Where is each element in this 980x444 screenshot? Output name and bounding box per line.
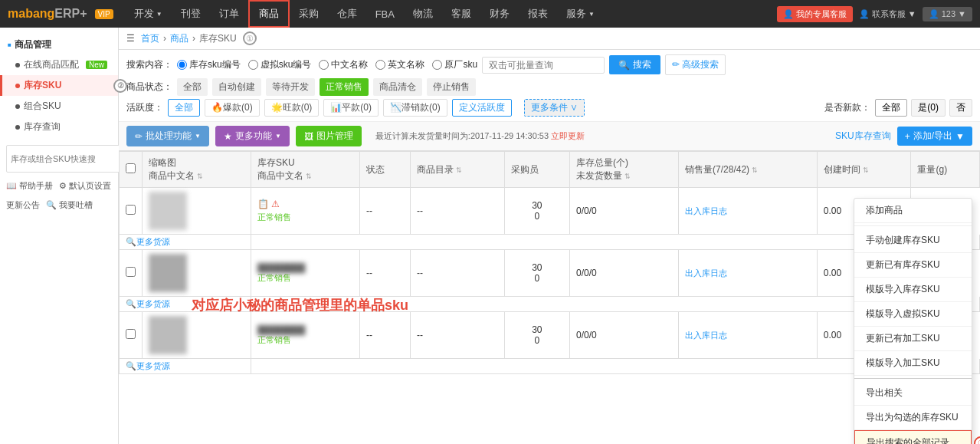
dropdown-item-template-process[interactable]: 模版导入加工SKU: [854, 351, 972, 376]
radio-chinese-name[interactable]: 中文名称: [319, 58, 368, 71]
dropdown-item-template-virtual[interactable]: 模版导入虚拟SKU: [854, 302, 972, 327]
in-out-log-link3[interactable]: 出入库日志: [685, 331, 727, 340]
col-sales[interactable]: 销售量(7/28/42) ⇅: [679, 152, 818, 188]
col-created[interactable]: 创建时间 ⇅: [817, 152, 911, 188]
thumbnail-image2: [149, 254, 187, 292]
status-normal3: 正常销售: [257, 334, 353, 346]
dropdown-item-update-process[interactable]: 更新已有加工SKU: [854, 327, 972, 351]
status-stop-sale[interactable]: 停止销售: [427, 78, 476, 96]
search-icon: 🔍: [618, 60, 630, 71]
sidebar-item-combo-sku[interactable]: 组合SKU: [0, 96, 118, 117]
status-clearance[interactable]: 商品清仓: [373, 78, 422, 96]
activity-hot[interactable]: 🔥爆款(0): [205, 99, 260, 117]
search-button[interactable]: 🔍 搜索: [609, 55, 660, 74]
col-sku[interactable]: 库存SKU商品中文名 ⇅: [251, 152, 360, 188]
default-settings-link[interactable]: ⚙ 默认页设置: [59, 180, 111, 192]
row-stock3: 300: [504, 312, 569, 359]
radio-virtual-sku[interactable]: 虚拟sku编号: [248, 58, 312, 71]
contact-btn[interactable]: 👤 联系客服 ▼: [859, 8, 916, 20]
table-row: ████████ 正常销售 -- -- 300 0/0/0 出入库日志 0.00: [120, 250, 980, 297]
complain-link[interactable]: 🔍 我要吐槽: [46, 199, 93, 211]
nav-item-fba[interactable]: FBA: [366, 0, 404, 28]
nav-item-services[interactable]: 服务 ▼: [557, 0, 604, 28]
image-icon: 🖼: [304, 131, 313, 142]
in-out-log-link[interactable]: 出入库日志: [685, 206, 727, 215]
sidebar-item-stock-query[interactable]: 库存查询: [0, 117, 118, 137]
radio-english-name[interactable]: 英文名称: [375, 58, 424, 71]
user-avatar[interactable]: 👤 123 ▼: [923, 7, 972, 21]
dropdown-item-update-sku[interactable]: 更新已有库存SKU: [854, 253, 972, 278]
nav-item-list[interactable]: 刊登: [172, 0, 210, 28]
help-link[interactable]: 📖 帮助手册: [6, 180, 53, 192]
activity-popular[interactable]: 🌟旺款(0): [264, 99, 320, 117]
col-weight[interactable]: 重量(g): [911, 152, 980, 188]
activity-slow[interactable]: 📉滞销款(0): [383, 99, 447, 117]
status-normal-sale[interactable]: 正常销售: [320, 78, 369, 96]
image-manage-btn[interactable]: 🖼 图片管理: [296, 126, 362, 146]
more-conditions-btn[interactable]: 更多条件 ∨: [524, 99, 585, 117]
status-all[interactable]: 全部: [177, 78, 208, 96]
update-link[interactable]: 立即更新: [551, 131, 585, 140]
col-buyer[interactable]: 采购员: [504, 152, 569, 188]
is-new-all[interactable]: 全部: [875, 99, 907, 117]
nav-item-order[interactable]: 订单: [210, 0, 248, 28]
add-export-btn[interactable]: + 添加/导出 ▼: [897, 127, 972, 146]
search-row: 搜索内容： 库存sku编号 虚拟sku编号 中文名称 英文名称: [126, 54, 972, 75]
sidebar-item-online[interactable]: 在线商品匹配 New: [0, 54, 118, 75]
plus-icon: +: [905, 131, 910, 142]
col-thumbnail[interactable]: 缩略图商品中文名 ⇅: [143, 152, 251, 188]
nav-item-finance[interactable]: 财务: [480, 0, 519, 28]
advanced-search-button[interactable]: ✏ 高级搜索: [665, 54, 726, 75]
col-status[interactable]: 状态: [360, 152, 411, 188]
batch-process-btn[interactable]: ✏ 批处理功能 ▼: [126, 126, 209, 146]
sku-name3: ████████: [257, 325, 353, 334]
radio-original-sku[interactable]: 原厂sku: [432, 58, 477, 71]
sku-search-input[interactable]: [6, 145, 121, 173]
my-service-btn[interactable]: 👤 我的专属客服: [777, 6, 853, 22]
dropdown-item-add-product[interactable]: 添加商品: [854, 199, 972, 223]
more-source-link-1[interactable]: 🔍更多货源: [126, 236, 244, 248]
nav-item-purchase[interactable]: 采购: [290, 0, 328, 28]
more-source-link-2[interactable]: 🔍更多货源: [126, 298, 244, 310]
sidebar-links: 📖 帮助手册 ⚙ 默认页设置: [0, 176, 118, 196]
toolbar-time: 最近计算未发货量时间为:2017-11-29 14:30:53 立即更新: [375, 130, 585, 142]
activity-custom[interactable]: 定义活跃度: [452, 99, 512, 117]
sku-query-link[interactable]: SKU库存查询: [835, 130, 891, 143]
dropdown-item-export-related[interactable]: 导出相关: [854, 381, 972, 406]
nav-item-report[interactable]: 报表: [519, 0, 557, 28]
select-all-checkbox[interactable]: [126, 163, 136, 173]
sku-icons: 📋 ⚠: [257, 199, 353, 209]
is-new-no[interactable]: 否: [949, 99, 972, 117]
status-wait-dev[interactable]: 等待开发: [266, 78, 315, 96]
search-label: 搜索内容：: [126, 58, 172, 71]
more-function-btn[interactable]: ★ 更多功能 ▼: [215, 126, 290, 146]
dropdown-item-export-selected[interactable]: 导出为勾选的库存SKU: [854, 406, 972, 430]
row-checkbox[interactable]: [120, 188, 143, 235]
activity-all[interactable]: 全部: [168, 99, 200, 117]
breadcrumb-home[interactable]: 首页: [141, 32, 159, 45]
is-new-yes[interactable]: 是(0): [911, 99, 946, 117]
status-normal2: 正常销售: [257, 272, 353, 284]
sidebar-item-inventory-sku[interactable]: 库存SKU ②: [0, 75, 118, 96]
nav-item-service[interactable]: 客服: [442, 0, 480, 28]
search-input[interactable]: [482, 57, 605, 74]
more-source-link-3[interactable]: 🔍更多货源: [126, 360, 244, 372]
nav-item-develop[interactable]: 开发 ▼: [125, 0, 172, 28]
col-stock[interactable]: 库存总量(个)未发货数量 ⇅: [569, 152, 678, 188]
nav-item-product[interactable]: 商品: [248, 0, 290, 28]
activity-normal[interactable]: 📊平款(0): [323, 99, 379, 117]
nav-item-warehouse[interactable]: 仓库: [328, 0, 366, 28]
nav-item-logistics[interactable]: 物流: [404, 0, 442, 28]
update-link[interactable]: 更新公告: [6, 199, 40, 211]
status-auto-create[interactable]: 自动创建: [212, 78, 261, 96]
in-out-log-link2[interactable]: 出入库日志: [685, 268, 727, 278]
breadcrumb-parent[interactable]: 商品: [170, 32, 188, 45]
radio-inventory-sku[interactable]: 库存sku编号: [177, 58, 241, 71]
col-catalog[interactable]: 商品目录 ⇅: [411, 152, 505, 188]
dropdown-item-template-sku[interactable]: 模版导入库存SKU: [854, 278, 972, 302]
row-checkbox[interactable]: [120, 250, 143, 297]
dropdown-item-export-all[interactable]: 导出搜索的全部记录 ③: [854, 430, 972, 444]
dropdown-item-create-sku[interactable]: 手动创建库存SKU: [854, 229, 972, 253]
row-checkbox3[interactable]: [120, 312, 143, 359]
edit-icon: ✏: [672, 59, 680, 70]
